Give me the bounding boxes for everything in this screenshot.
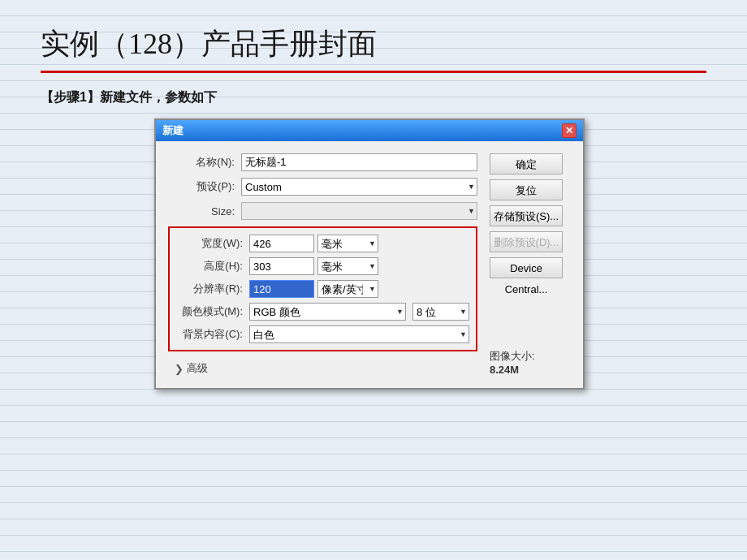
bg-label: 背景内容(C): <box>176 327 249 342</box>
name-input[interactable] <box>241 153 477 171</box>
color-mode-row: 颜色模式(M): RGB 颜色 8 位 <box>176 303 469 321</box>
height-unit-wrap: 毫米 <box>317 257 378 275</box>
page-content: 实例（128）产品手册封面 【步骤1】新建文件，参数如下 新建 ✕ 名称(N): <box>0 0 747 414</box>
resolution-group: 像素/英寸 <box>249 280 469 298</box>
height-row: 高度(H): 毫米 <box>176 257 469 275</box>
color-mode-select-wrap: RGB 颜色 <box>249 303 406 321</box>
image-size-value: 8.24M <box>490 364 571 376</box>
dialog-buttons: 确定 复位 存储预设(S)... 删除预设(D)... Device Centr… <box>490 153 571 376</box>
dialog-body: 名称(N): 预设(P): Custom Size: <box>156 141 583 388</box>
image-size-label: 图像大小: <box>490 349 571 364</box>
step-number: 1 <box>80 90 87 104</box>
size-row: Size: <box>168 202 477 220</box>
color-bits-select[interactable]: 8 位 <box>412 303 469 321</box>
device-central-button[interactable]: Device Central... <box>490 257 563 278</box>
ok-button[interactable]: 确定 <box>490 153 563 174</box>
width-label: 宽度(W): <box>176 236 249 251</box>
delete-preset-button[interactable]: 删除预设(D)... <box>490 231 563 252</box>
resolution-label: 分辨率(R): <box>176 282 249 296</box>
width-unit-select[interactable]: 毫米 <box>317 235 378 252</box>
background-row: 背景内容(C): 白色 <box>176 325 469 343</box>
width-input[interactable] <box>249 235 314 252</box>
size-select-wrap <box>241 202 477 220</box>
preset-row: 预设(P): Custom <box>168 178 477 196</box>
height-input[interactable] <box>249 257 314 275</box>
width-unit-wrap: 毫米 <box>317 235 378 252</box>
height-unit-select[interactable]: 毫米 <box>317 257 378 275</box>
dialog-close-button[interactable]: ✕ <box>562 123 576 138</box>
preset-label: 预设(P): <box>168 179 241 194</box>
dialog-title: 新建 <box>162 123 184 138</box>
new-file-dialog: 新建 ✕ 名称(N): 预设(P): Custom <box>154 118 585 390</box>
red-divider <box>41 71 706 73</box>
dialog-form: 名称(N): 预设(P): Custom Size: <box>168 153 477 376</box>
resolution-unit-wrap: 像素/英寸 <box>317 280 378 298</box>
preset-select-wrap: Custom <box>241 178 477 196</box>
step-bracket-close: 】新建文件，参数如下 <box>87 90 217 104</box>
image-size-section: 图像大小: 8.24M <box>490 349 571 376</box>
size-label: Size: <box>168 205 241 218</box>
preset-select[interactable]: Custom <box>241 178 477 196</box>
dialog-titlebar: 新建 ✕ <box>156 120 583 141</box>
advanced-row: ❯ 高级 <box>168 358 477 376</box>
color-mode-group: RGB 颜色 8 位 <box>249 303 469 321</box>
save-preset-button[interactable]: 存储预设(S)... <box>490 205 563 226</box>
reset-button[interactable]: 复位 <box>490 179 563 200</box>
resolution-input[interactable] <box>249 280 314 298</box>
width-group: 毫米 <box>249 235 469 252</box>
close-icon: ✕ <box>565 125 573 136</box>
dimensions-section: 宽度(W): 毫米 高度(H): <box>168 226 477 351</box>
advanced-label: 高级 <box>187 361 208 376</box>
color-mode-label: 颜色模式(M): <box>176 304 249 319</box>
height-group: 毫米 <box>249 257 469 275</box>
name-row: 名称(N): <box>168 153 477 171</box>
size-select[interactable] <box>241 202 477 220</box>
color-bits-select-wrap: 8 位 <box>412 303 469 321</box>
resolution-row: 分辨率(R): 像素/英寸 <box>176 280 469 298</box>
height-label: 高度(H): <box>176 259 249 274</box>
resolution-unit-select[interactable]: 像素/英寸 <box>317 280 378 298</box>
bg-select[interactable]: 白色 <box>249 325 469 343</box>
step-bracket-open: 【步骤 <box>41 90 80 104</box>
name-label: 名称(N): <box>168 155 241 170</box>
step-label: 【步骤1】新建文件，参数如下 <box>41 89 706 106</box>
bg-select-wrap: 白色 <box>249 325 469 343</box>
page-title: 实例（128）产品手册封面 <box>41 24 706 64</box>
color-mode-select[interactable]: RGB 颜色 <box>249 303 406 321</box>
advanced-arrow-icon: ❯ <box>175 363 184 375</box>
width-row: 宽度(W): 毫米 <box>176 235 469 252</box>
